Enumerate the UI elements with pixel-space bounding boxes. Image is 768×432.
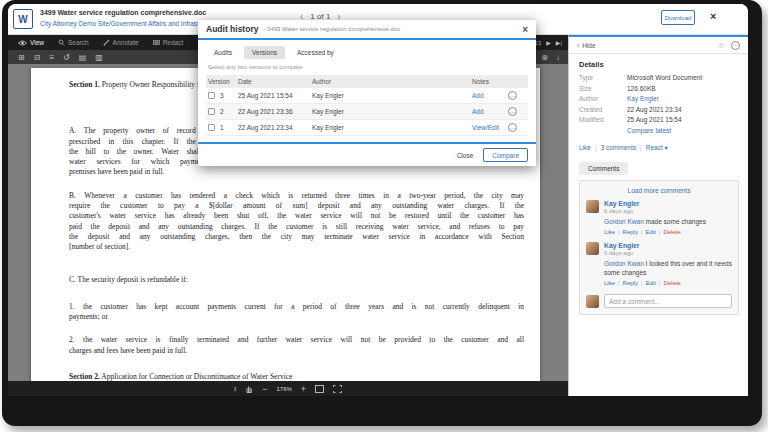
version-notes-link[interactable]: Add [472,108,508,115]
version-date: 22 Aug 2021 23:36 [238,108,312,115]
compare-button[interactable]: Compare [483,148,528,162]
comment-delete-link[interactable]: Delete [663,229,680,235]
mention-link[interactable]: Gordon Kwan [604,260,644,267]
comment-author-link[interactable]: Kay Engler [604,200,640,207]
pencil-icon [103,39,110,46]
app-window: W 3499 Water service regulation comprehe… [8,4,748,396]
detail-value-author-link[interactable]: Kay Engler [627,95,738,102]
version-checkbox[interactable] [208,108,215,115]
tab-annotate[interactable]: Annotate [103,39,139,46]
version-notes-link[interactable]: Add [472,92,508,99]
comment-author-link[interactable]: Kay Engler [604,242,640,249]
comment-like-link[interactable]: Like [604,280,615,286]
zoom-in-icon[interactable]: + [301,384,306,394]
detail-label: Author [579,95,627,102]
grid-icon[interactable]: ▥ [95,53,103,62]
row-ellipsis-icon[interactable]: ⋯ [508,107,517,116]
version-author: Kay Engler [312,108,472,115]
item-2-line: charges and fees have been paid in full. [69,346,524,356]
detail-row-size: Size 126.60KB [579,85,738,92]
add-comment-row [586,294,732,308]
down-arrow-icon[interactable]: ↓ [556,53,560,62]
list-icon[interactable]: ≡ [49,53,54,62]
comment: Kay Engler 6 days ago Gordon Kwan made s… [586,200,732,236]
details-sidebar: ›Hide ☆ ⋯ Details Type Microsoft Word Do… [568,35,748,396]
zoom-add-icon[interactable]: ⊕ [541,53,548,62]
fit-width-icon[interactable] [315,385,324,393]
tab-search[interactable]: Search [58,39,89,46]
section-1-number: Section 1. [69,80,100,89]
zoom-out-icon[interactable]: − [262,384,267,394]
comment-reply-link[interactable]: Reply [623,280,638,286]
redact-icon [153,39,160,46]
detail-row-type: Type Microsoft Word Document [579,74,738,81]
hide-panel-toggle[interactable]: ›Hide [577,42,596,49]
para-b-line: B. Whenever a customer has tendered a ch… [69,191,524,201]
versions-table: Version Date Author Notes 3 25 Aug 2021 … [206,75,528,136]
version-number: 1 [220,124,224,131]
version-number: 3 [220,92,224,99]
compare-latest-link[interactable]: Compare latest [627,127,738,134]
para-b-line: the deposit and any outstanding charges,… [69,232,524,242]
version-checkbox[interactable] [208,124,215,131]
load-more-comments-link[interactable]: Load more comments [586,187,732,194]
screen: W 3499 Water service regulation comprehe… [0,0,768,432]
tab-view-label: View [30,39,44,46]
row-ellipsis-icon[interactable]: ⋯ [508,91,517,100]
comment-edit-link[interactable]: Edit [645,280,655,286]
rotate-icon[interactable]: ↺ [63,53,70,62]
version-notes-link[interactable]: View/Edit [472,124,508,131]
modal-close-button[interactable]: Close [457,152,474,159]
zoom-percentage[interactable]: 176% [276,386,291,392]
comment-reply-link[interactable]: Reply [623,229,638,235]
modal-close-icon[interactable]: × [522,24,528,35]
favorite-star-icon[interactable]: ☆ [718,41,725,50]
last-page-icon[interactable]: ▶| [556,39,562,46]
comment-delete-link[interactable]: Delete [663,280,680,286]
add-comment-input[interactable] [604,294,732,308]
text-select-icon[interactable]: I [234,385,236,393]
tab-versions[interactable]: Versions [244,46,285,59]
eye-icon [18,40,27,46]
row-ellipsis-icon[interactable]: ⋯ [508,123,517,132]
detail-value: 22 Aug 2021 23:34 [627,106,738,113]
pan-hand-icon[interactable] [245,384,253,393]
collapse-icon[interactable]: ⊟ [34,53,41,62]
mention-link[interactable]: Gordon Kwan [604,218,644,225]
detail-row-author: Author Kay Engler [579,95,738,102]
sidebar-more-icon[interactable]: ⋯ [731,41,740,50]
tab-accessed-by[interactable]: Accessed by [289,46,342,59]
audit-history-modal: Audit history - 3499 Water service regul… [198,20,536,166]
para-a-line: premises have been paid in full. [69,167,524,177]
download-button[interactable]: Download [661,10,695,25]
comment-text: made some changes [644,218,706,225]
tab-redact[interactable]: Redact [153,39,184,46]
comment-edit-link[interactable]: Edit [645,229,655,235]
like-link[interactable]: Like [579,144,591,151]
table-row: 1 22 Aug 2021 23:34 Kay Engler View/Edit… [206,120,528,136]
item-1: 1. the customer has kept account payment… [69,302,524,323]
version-date: 22 Aug 2021 23:34 [238,124,312,131]
comments-count-link[interactable]: 3 comments [601,144,636,151]
comment-body: Gordon Kwan I looked this over and it ne… [604,260,732,277]
tab-view[interactable]: View [18,39,44,46]
para-b-line: customer's water service has already bee… [69,211,524,221]
sidebar-top-row: ›Hide ☆ ⋯ [569,37,748,54]
page-layout-icon[interactable]: ▤ [79,53,87,62]
compare-hint: Select any two versions to compare [198,63,536,75]
comment: Kay Engler 6 days ago Gordon Kwan I look… [586,242,732,286]
tab-audits[interactable]: Audits [206,46,240,59]
close-icon[interactable]: × [710,10,716,22]
next-page-icon-small[interactable]: ▶ [546,39,551,46]
social-row: Like | 3 comments | React ▾ [579,144,738,152]
version-checkbox[interactable] [208,92,215,99]
comment-like-link[interactable]: Like [604,229,615,235]
react-dropdown[interactable]: React ▾ [646,144,668,152]
fullscreen-icon[interactable] [333,385,342,393]
version-author: Kay Engler [312,92,472,99]
table-row: 3 25 Aug 2021 15:54 Kay Engler Add ⋯ [206,88,528,104]
item-2: 2. the water service is finally terminat… [69,335,524,356]
detail-label: Modified [579,116,627,123]
search-icon [58,39,65,46]
thumbnails-icon[interactable]: ⊞ [18,53,25,62]
